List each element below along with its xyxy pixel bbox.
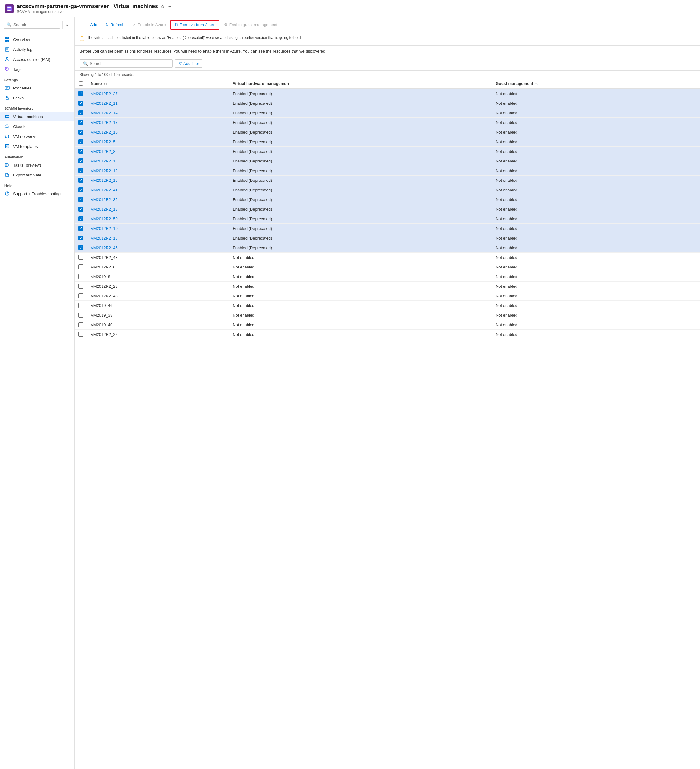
row-guest-management: Not enabled (492, 282, 700, 291)
row-checkbox-checked[interactable] (78, 207, 83, 212)
row-checkbox-checked[interactable] (78, 216, 83, 221)
select-all-checkbox[interactable] (79, 81, 83, 86)
scvmm-section-label: SCVMM inventory (0, 103, 74, 111)
row-checkbox-checked[interactable] (78, 130, 83, 135)
sidebar-item-properties[interactable]: Properties (0, 83, 74, 93)
row-checkbox-checked[interactable] (78, 91, 83, 96)
table-search-box[interactable]: 🔍 (80, 60, 173, 68)
row-checkbox-unchecked[interactable] (78, 312, 83, 317)
row-name[interactable]: VM2012R2_17 (87, 118, 229, 127)
table-search-input[interactable] (90, 61, 169, 66)
refresh-button[interactable]: ↻ Refresh (102, 20, 128, 29)
add-filter-button[interactable]: ▽ Add filter (175, 60, 202, 68)
row-checkbox-unchecked[interactable] (78, 293, 83, 298)
sidebar: 🔍 « Overview (0, 18, 74, 769)
row-name[interactable]: VM2012R2_14 (87, 108, 229, 118)
row-name[interactable]: VM2012R2_16 (87, 175, 229, 185)
row-virtual-hardware: Enabled (Deprecated) (229, 127, 492, 137)
guest-management-sort-icon[interactable]: ↑↓ (535, 82, 538, 85)
table-row: VM2012R2_17Enabled (Deprecated)Not enabl… (74, 118, 700, 127)
sidebar-item-support[interactable]: ? Support + Troubleshooting (0, 188, 74, 198)
row-checkbox-checked[interactable] (78, 178, 83, 183)
name-sort-icon[interactable]: ↑↓ (104, 82, 107, 85)
sidebar-item-export-template[interactable]: Export template (0, 170, 74, 180)
row-checkbox-checked[interactable] (78, 101, 83, 106)
more-options-icon[interactable]: ··· (167, 4, 172, 9)
row-checkbox-unchecked[interactable] (78, 303, 83, 308)
export-template-icon (4, 172, 10, 178)
row-guest-management: Not enabled (492, 146, 700, 156)
remove-azure-button[interactable]: 🗑 Remove from Azure (170, 20, 219, 29)
enable-azure-button[interactable]: ✓ Enable in Azure (129, 20, 169, 29)
sidebar-item-tasks[interactable]: Tasks (preview) (0, 160, 74, 170)
row-virtual-hardware: Enabled (Deprecated) (229, 98, 492, 108)
sidebar-search-input[interactable] (13, 23, 57, 27)
content-toolbar: + + Add ↻ Refresh ✓ Enable in Azure 🗑 Re… (74, 18, 700, 32)
row-name[interactable]: VM2012R2_5 (87, 137, 229, 146)
tags-icon (4, 66, 10, 72)
row-name[interactable]: VM2012R2_45 (87, 243, 229, 253)
row-virtual-hardware: Not enabled (229, 330, 492, 339)
header-guest-management: Guest management ↑↓ (492, 79, 700, 88)
sidebar-item-virtual-machines[interactable]: Virtual machines (0, 111, 74, 121)
row-checkbox-checked[interactable] (78, 235, 83, 240)
sidebar-collapse-button[interactable]: « (63, 21, 71, 29)
row-guest-management: Not enabled (492, 320, 700, 330)
row-name[interactable]: VM2012R2_13 (87, 204, 229, 214)
sidebar-item-overview[interactable]: Overview (0, 34, 74, 44)
row-checkbox-checked[interactable] (78, 187, 83, 192)
row-checkbox-unchecked[interactable] (78, 332, 83, 337)
row-checkbox-checked[interactable] (78, 197, 83, 202)
row-checkbox-unchecked[interactable] (78, 264, 83, 269)
sidebar-search-box[interactable]: 🔍 (4, 21, 60, 29)
row-name[interactable]: VM2012R2_50 (87, 214, 229, 224)
favorite-star[interactable]: ☆ (161, 3, 165, 9)
row-name[interactable]: VM2012R2_12 (87, 166, 229, 175)
info-banner: ⓘ The virtual machines listed in the tab… (74, 32, 700, 46)
row-name[interactable]: VM2012R2_10 (87, 224, 229, 233)
row-checkbox-cell (74, 253, 87, 262)
sidebar-item-vm-networks[interactable]: VM networks (0, 132, 74, 142)
row-checkbox-cell (74, 166, 87, 175)
sidebar-item-access-control[interactable]: Access control (IAM) (0, 55, 74, 64)
row-name[interactable]: VM2012R2_27 (87, 88, 229, 98)
sidebar-item-locks[interactable]: Locks (0, 93, 74, 103)
sidebar-item-clouds[interactable]: Clouds (0, 121, 74, 132)
row-name[interactable]: VM2012R2_15 (87, 127, 229, 137)
support-icon: ? (4, 191, 10, 196)
row-name[interactable]: VM2012R2_8 (87, 146, 229, 156)
sidebar-item-activity-log[interactable]: Activity log (0, 44, 74, 55)
svg-point-30 (8, 166, 9, 167)
row-checkbox-checked[interactable] (78, 110, 83, 115)
name-column-label: Name (91, 81, 101, 86)
row-checkbox-unchecked[interactable] (78, 322, 83, 327)
sidebar-item-vm-templates[interactable]: VM templates (0, 142, 74, 151)
row-name[interactable]: VM2012R2_18 (87, 233, 229, 243)
enable-guest-icon: ⚙ (224, 23, 228, 27)
row-checkbox-unchecked[interactable] (78, 284, 83, 289)
row-name[interactable]: VM2012R2_41 (87, 185, 229, 195)
row-checkbox-cell (74, 175, 87, 185)
row-checkbox-unchecked[interactable] (78, 255, 83, 260)
row-checkbox-checked[interactable] (78, 149, 83, 154)
row-checkbox-checked[interactable] (78, 158, 83, 163)
row-checkbox-checked[interactable] (78, 168, 83, 173)
sidebar-item-tags-label: Tags (13, 67, 21, 72)
row-virtual-hardware: Enabled (Deprecated) (229, 166, 492, 175)
row-checkbox-checked[interactable] (78, 226, 83, 231)
enable-guest-button[interactable]: ⚙ Enable guest management (220, 20, 281, 29)
add-button[interactable]: + + Add (80, 20, 101, 29)
row-checkbox-unchecked[interactable] (78, 274, 83, 279)
row-checkbox-checked[interactable] (78, 245, 83, 250)
locks-icon (4, 95, 10, 101)
row-checkbox-checked[interactable] (78, 139, 83, 144)
sidebar-item-tags[interactable]: Tags (0, 64, 74, 74)
row-name[interactable]: VM2012R2_11 (87, 98, 229, 108)
row-checkbox-checked[interactable] (78, 120, 83, 125)
row-virtual-hardware: Enabled (Deprecated) (229, 204, 492, 214)
iam-icon (4, 56, 10, 62)
svg-rect-4 (5, 37, 7, 39)
sidebar-nav: Overview Activity log (0, 32, 74, 201)
row-name[interactable]: VM2012R2_1 (87, 156, 229, 166)
row-name[interactable]: VM2012R2_35 (87, 195, 229, 204)
